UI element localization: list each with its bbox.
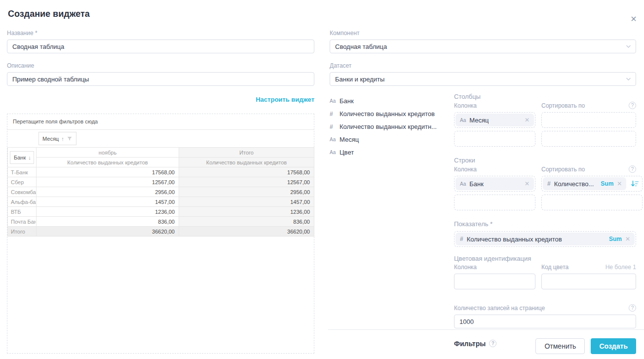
pivot-row-field-cell: Банк ↓ (8, 148, 37, 167)
dataset-field-item[interactable]: AaМесяц (330, 136, 454, 143)
table-row: Почта Банк836,00836,00 (8, 217, 314, 227)
columns-column-label: Колонка (454, 102, 541, 109)
description-label: Описание (7, 62, 314, 69)
value-cell: 1236,00 (37, 207, 179, 217)
page-size-input[interactable] (454, 315, 636, 328)
configure-widget-link[interactable]: Настроить виджет (256, 96, 314, 103)
chip-label: Количество... (554, 180, 594, 188)
widget-config-panel: Столбцы Колонка Сортировать по ? Aa Меся… (454, 93, 636, 348)
value-cell: 1457,00 (37, 197, 179, 207)
aggregation-badge: Sum (601, 180, 613, 187)
columns-sort-dropzone-1[interactable] (541, 112, 636, 128)
dataset-value: Банки и кредиты (335, 76, 384, 83)
rows-section-title: Строки (454, 157, 636, 164)
help-icon[interactable]: ? (629, 165, 636, 173)
create-button[interactable]: Создать (591, 338, 636, 354)
pivot-month-header: ноябрь (37, 148, 179, 158)
rows-dropzone-1[interactable]: Aa Банк ✕ (454, 176, 535, 192)
rows-sort-dropzone-1[interactable]: # Количество... Sum ✕ (541, 176, 643, 192)
columns-section-title: Столбцы (454, 93, 636, 100)
numeric-field-icon: # (460, 236, 463, 242)
cancel-button[interactable]: Отменить (535, 338, 585, 354)
pivot-row-field-button[interactable]: Банк ↓ (10, 151, 34, 164)
rows-sort-label: Сортировать по (541, 166, 629, 173)
remove-chip-icon[interactable]: ✕ (525, 117, 530, 123)
row-label-cell: Альфа-банк (8, 197, 37, 207)
row-label-cell: Совкомбанк (8, 187, 37, 197)
dataset-field-item[interactable]: AaБанк (330, 97, 454, 105)
sort-direction-icon[interactable] (628, 177, 641, 190)
help-icon[interactable]: ? (489, 340, 496, 347)
remove-chip-icon[interactable]: ✕ (625, 236, 630, 242)
dataset-field-item[interactable]: AaЦвет (330, 149, 454, 156)
dataset-field-item[interactable]: #Количество выданных кредитн... (330, 123, 454, 130)
color-column-dropzone[interactable] (454, 274, 535, 289)
rows-sort-dropzone-2[interactable] (541, 195, 643, 210)
pivot-column-field-label: Месяц (42, 136, 59, 142)
measure-section-title: Показатель * (454, 220, 636, 228)
close-icon[interactable]: ✕ (628, 13, 640, 25)
numeric-field-icon: # (330, 123, 340, 130)
row-chip-bank[interactable]: Aa Банк ✕ (455, 177, 534, 190)
dataset-field-item[interactable]: #Количество выданных кредитов (330, 110, 454, 118)
pivot-column-field-button[interactable]: Месяц ↑ (38, 132, 76, 145)
text-field-icon: Aa (460, 118, 466, 123)
remove-chip-icon[interactable]: ✕ (617, 180, 622, 187)
column-chip-month[interactable]: Aa Месяц ✕ (455, 114, 534, 126)
value-cell: 2956,00 (37, 187, 179, 197)
table-row: Сбер12567,0012567,00 (8, 177, 314, 187)
row-label-cell: Сбер (8, 177, 37, 187)
right-panel: Компонент Сводная таблица Датасет Банки … (330, 30, 636, 348)
columns-dropzone-2[interactable] (454, 131, 535, 147)
measure-dropzone[interactable]: # Количество выданных кредитов Sum ✕ (454, 231, 636, 247)
chevron-down-icon (626, 44, 631, 48)
table-row: Итого36620,0036620,00 (8, 227, 314, 237)
rows-column-label: Колонка (454, 166, 541, 173)
chip-label: Месяц (469, 117, 489, 124)
component-select[interactable]: Сводная таблица (330, 40, 636, 53)
columns-dropzone-1[interactable]: Aa Месяц ✕ (454, 112, 535, 128)
total-cell: 1457,00 (179, 197, 314, 207)
help-icon[interactable]: ? (629, 102, 636, 109)
field-name: Банк (340, 97, 354, 105)
name-input[interactable] (7, 40, 314, 53)
pivot-measure-header: Количество выданных кредитов (37, 158, 179, 167)
name-label: Название * (7, 30, 314, 37)
chip-label: Банк (469, 180, 484, 188)
pivot-table-preview: Перетащите поля фильтров сюда Месяц ↑ Ба… (7, 114, 314, 354)
color-code-dropzone[interactable] (541, 274, 636, 289)
pivot-measure-header-total: Количество выданных кредитов (179, 158, 314, 167)
rows-dropzone-2[interactable] (454, 195, 535, 210)
text-field-icon: Aa (330, 137, 340, 142)
rows-sort-chip[interactable]: # Количество... Sum ✕ (543, 177, 626, 190)
description-input[interactable] (7, 72, 314, 86)
color-code-label: Код цвета (541, 264, 606, 271)
columns-sort-dropzone-2[interactable] (541, 131, 636, 147)
sort-asc-icon: ↑ (61, 136, 64, 142)
numeric-field-icon: # (547, 180, 551, 187)
dataset-fields-list: AaБанк#Количество выданных кредитов#Коли… (330, 93, 454, 161)
filter-dropzone[interactable]: Перетащите поля фильтров сюда (7, 114, 314, 130)
measure-chip[interactable]: # Количество выданных кредитов Sum ✕ (455, 233, 635, 245)
color-column-label: Колонка (454, 264, 541, 271)
total-cell: 836,00 (179, 217, 314, 227)
text-field-icon: Aa (460, 181, 466, 187)
field-name: Количество выданных кредитов (340, 110, 435, 118)
help-icon[interactable]: ? (629, 304, 636, 312)
left-panel: Название * Описание Настроить виджет Пер… (7, 30, 314, 104)
sort-desc-arrow-icon: ↓ (28, 155, 31, 160)
total-cell: 17568,00 (179, 167, 314, 177)
remove-chip-icon[interactable]: ✕ (525, 180, 530, 187)
table-row: Альфа-банк1457,001457,00 (8, 197, 314, 207)
dataset-label: Датасет (330, 62, 636, 69)
dataset-select[interactable]: Банки и кредиты (330, 72, 636, 86)
value-cell: 836,00 (37, 217, 179, 227)
table-row: ВТБ1236,001236,00 (8, 207, 314, 217)
value-cell: 12567,00 (37, 177, 179, 187)
text-field-icon: Aa (330, 98, 340, 104)
text-field-icon: Aa (330, 150, 340, 155)
filter-funnel-icon (67, 136, 73, 142)
chevron-down-icon (626, 77, 631, 81)
filters-label: Фильтры (454, 340, 486, 348)
pivot-row-field-label: Банк (14, 155, 26, 160)
